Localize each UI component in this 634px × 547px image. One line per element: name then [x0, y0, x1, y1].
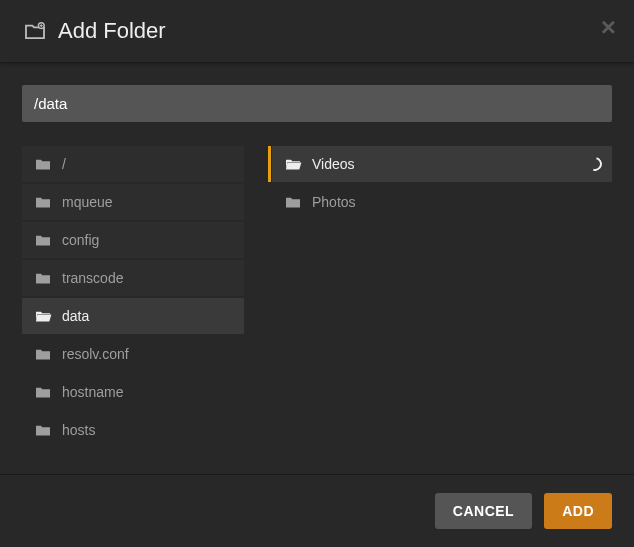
folder-icon — [34, 347, 52, 361]
folder-open-icon — [34, 309, 52, 323]
cancel-button[interactable]: CANCEL — [435, 493, 532, 529]
folder-icon — [34, 233, 52, 247]
folder-item-label: hosts — [62, 422, 95, 438]
folder-columns: /mqueueconfigtranscodedataresolv.confhos… — [22, 146, 612, 464]
folder-icon — [34, 195, 52, 209]
folder-item[interactable]: data — [22, 298, 244, 334]
add-button[interactable]: ADD — [544, 493, 612, 529]
folder-icon — [34, 271, 52, 285]
folder-item-label: data — [62, 308, 89, 324]
folder-item-label: / — [62, 156, 66, 172]
folder-icon — [284, 195, 302, 209]
folder-item-label: hostname — [62, 384, 123, 400]
folder-item[interactable]: config — [22, 222, 244, 258]
folder-icon — [34, 385, 52, 399]
folder-item-label: Videos — [312, 156, 355, 172]
folder-item[interactable]: resolv.conf — [22, 336, 244, 372]
folder-column-parent: /mqueueconfigtranscodedataresolv.confhos… — [22, 146, 244, 464]
modal-body: /mqueueconfigtranscodedataresolv.confhos… — [0, 63, 634, 474]
folder-item[interactable]: Photos — [272, 184, 612, 220]
folder-open-icon — [284, 157, 302, 171]
folder-item-label: transcode — [62, 270, 123, 286]
add-folder-modal: Add Folder × /mqueueconfigtranscodedatar… — [0, 0, 634, 547]
folder-item[interactable]: mqueue — [22, 184, 244, 220]
folder-item-label: Photos — [312, 194, 356, 210]
folder-add-icon — [24, 22, 46, 40]
folder-item[interactable]: / — [22, 146, 244, 182]
modal-title: Add Folder — [58, 18, 166, 44]
loading-spinner-icon — [585, 154, 604, 173]
modal-header: Add Folder × — [0, 0, 634, 63]
folder-item[interactable]: hostname — [22, 374, 244, 410]
folder-item-label: mqueue — [62, 194, 113, 210]
folder-column-child: VideosPhotos — [272, 146, 612, 464]
folder-icon — [34, 423, 52, 437]
folder-icon — [34, 157, 52, 171]
folder-item-label: config — [62, 232, 99, 248]
folder-item-label: resolv.conf — [62, 346, 129, 362]
folder-item[interactable]: Videos — [272, 146, 612, 182]
close-button[interactable]: × — [601, 14, 616, 40]
modal-footer: CANCEL ADD — [0, 474, 634, 547]
path-input[interactable] — [22, 85, 612, 122]
folder-item[interactable]: transcode — [22, 260, 244, 296]
folder-item[interactable]: hosts — [22, 412, 244, 448]
